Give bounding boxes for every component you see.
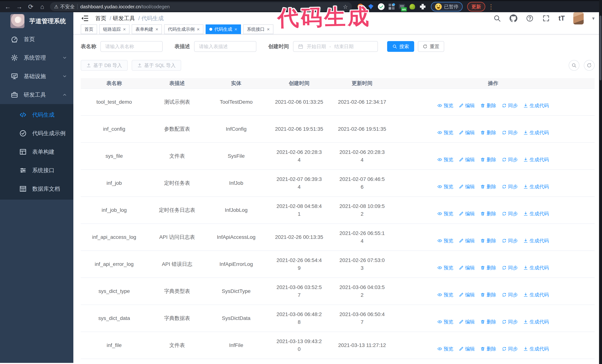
sidebar-item-system[interactable]: 系统管理 (0, 49, 73, 67)
window-scrollbar[interactable] (599, 0, 602, 364)
tab-codegen[interactable]: 代码生成 × (206, 24, 241, 34)
action-generate-link[interactable]: 生成代码 (523, 291, 549, 299)
action-delete-link[interactable]: 删除 (480, 237, 496, 245)
action-edit-link[interactable]: 编辑 (459, 318, 475, 326)
action-preview-link[interactable]: 预览 (437, 345, 453, 353)
action-edit-link[interactable]: 编辑 (459, 237, 475, 245)
action-generate-link[interactable]: 生成代码 (523, 156, 549, 164)
action-preview-link[interactable]: 预览 (437, 318, 453, 326)
action-sync-link[interactable]: 同步 (502, 318, 518, 326)
address-bar[interactable]: ⚠ 不安全 dashboard.yudao.iocoder.cn/tool/co… (50, 2, 352, 11)
action-preview-link[interactable]: 预览 (437, 264, 453, 272)
reset-button[interactable]: 重置 (418, 41, 444, 52)
action-preview-link[interactable]: 预览 (437, 237, 453, 245)
action-edit-link[interactable]: 编辑 (459, 129, 475, 136)
action-preview-link[interactable]: 预览 (437, 183, 453, 190)
action-edit-link[interactable]: 编辑 (459, 156, 475, 164)
table-desc-input[interactable]: 请输入表描述 (194, 41, 256, 52)
action-sync-link[interactable]: 同步 (502, 210, 518, 218)
browser-menu-icon[interactable]: ⋮ (488, 3, 494, 10)
avatar-caret-icon[interactable]: ▾ (592, 16, 595, 21)
search-button[interactable]: 搜索 (387, 41, 414, 52)
table-name-input[interactable]: 请输入表名称 (100, 41, 163, 52)
action-edit-link[interactable]: 编辑 (459, 345, 475, 353)
action-generate-link[interactable]: 生成代码 (523, 345, 549, 353)
sidebar-fold-icon[interactable] (81, 14, 89, 22)
browser-back-button[interactable]: ← (3, 2, 13, 11)
action-generate-link[interactable]: 生成代码 (523, 129, 549, 136)
action-preview-link[interactable]: 预览 (437, 291, 453, 299)
sidebar-item-infra[interactable]: 基础设施 (0, 67, 73, 85)
action-delete-link[interactable]: 删除 (480, 129, 496, 136)
extension-icon-gem[interactable] (367, 3, 374, 10)
security-warning[interactable]: ⚠ 不安全 (54, 3, 75, 10)
tab-close-icon[interactable]: × (197, 27, 200, 32)
action-delete-link[interactable]: 删除 (480, 210, 496, 218)
extension-icon-check[interactable] (378, 3, 385, 10)
action-delete-link[interactable]: 删除 (480, 183, 496, 190)
sidebar-item-codegen[interactable]: 代码生成 (0, 105, 73, 124)
action-sync-link[interactable]: 同步 (502, 264, 518, 272)
date-range-picker[interactable]: 开始日期 - 结束日期 (293, 41, 378, 52)
extension-icon-orange[interactable]: 1 (357, 3, 364, 10)
action-preview-link[interactable]: 预览 (437, 102, 453, 109)
import-sql-button[interactable]: 基于 SQL 导入 (132, 60, 181, 71)
sidebar-item-db-doc[interactable]: 数据库文档 (0, 180, 73, 198)
tab-home[interactable]: 首页 (81, 24, 97, 34)
action-delete-link[interactable]: 删除 (480, 345, 496, 353)
action-preview-link[interactable]: 预览 (437, 156, 453, 164)
breadcrumb-item[interactable]: / 代码生成 (138, 15, 164, 22)
user-avatar[interactable] (573, 12, 584, 24)
extension-icon-key[interactable] (409, 3, 416, 10)
action-preview-link[interactable]: 预览 (437, 210, 453, 218)
tab-close-icon[interactable]: × (235, 27, 237, 32)
browser-forward-button[interactable]: → (14, 2, 24, 11)
tab-codegen-example[interactable]: 代码生成示例 × (164, 24, 203, 34)
github-icon[interactable] (510, 14, 517, 22)
bookmark-star-icon[interactable]: ☆ (343, 3, 348, 10)
scrollbar-thumb[interactable] (600, 16, 602, 80)
app-logo-row[interactable]: 芋道管理系统 (0, 12, 73, 30)
import-db-button[interactable]: 基于 DB 导入 (81, 60, 128, 71)
profile-paused-pill[interactable]: 已暂停 (431, 2, 463, 11)
action-edit-link[interactable]: 编辑 (459, 102, 475, 109)
extension-icon-grid[interactable] (388, 3, 395, 10)
extension-icon-switch[interactable]: on (399, 3, 405, 10)
browser-update-button[interactable]: 更新 (467, 2, 485, 11)
action-generate-link[interactable]: 生成代码 (523, 102, 549, 109)
extensions-puzzle-icon[interactable] (419, 3, 426, 10)
action-sync-link[interactable]: 同步 (502, 291, 518, 299)
action-edit-link[interactable]: 编辑 (459, 210, 475, 218)
action-generate-link[interactable]: 生成代码 (523, 210, 549, 218)
browser-reload-button[interactable]: ⟳ (26, 2, 36, 11)
action-generate-link[interactable]: 生成代码 (523, 183, 549, 190)
action-delete-link[interactable]: 删除 (480, 318, 496, 326)
sidebar-item-home[interactable]: 首页 (0, 30, 73, 49)
show-search-toggle-button[interactable] (569, 60, 580, 71)
action-generate-link[interactable]: 生成代码 (523, 318, 549, 326)
sidebar-item-api[interactable]: 系统接口 (0, 161, 73, 180)
action-sync-link[interactable]: 同步 (502, 129, 518, 136)
tab-close-icon[interactable]: × (123, 27, 126, 32)
action-sync-link[interactable]: 同步 (502, 183, 518, 190)
action-preview-link[interactable]: 预览 (437, 129, 453, 136)
action-sync-link[interactable]: 同步 (502, 102, 518, 109)
fullscreen-icon[interactable] (542, 14, 550, 22)
refresh-table-button[interactable] (584, 60, 595, 71)
action-generate-link[interactable]: 生成代码 (523, 237, 549, 245)
action-sync-link[interactable]: 同步 (502, 156, 518, 164)
action-delete-link[interactable]: 删除 (480, 264, 496, 272)
action-delete-link[interactable]: 删除 (480, 291, 496, 299)
tab-api[interactable]: 系统接口 × (243, 24, 273, 34)
action-edit-link[interactable]: 编辑 (459, 183, 475, 190)
browser-home-button[interactable]: ⌂ (37, 2, 47, 11)
tab-form-builder[interactable]: 表单构建 × (132, 24, 162, 34)
sidebar-item-form-builder[interactable]: 表单构建 (0, 143, 73, 161)
breadcrumb-item[interactable]: / 研发工具 (110, 15, 135, 22)
tab-close-icon[interactable]: × (155, 27, 158, 32)
action-generate-link[interactable]: 生成代码 (523, 264, 549, 272)
tab-tracing[interactable]: 链路追踪 × (99, 24, 129, 34)
action-edit-link[interactable]: 编辑 (459, 291, 475, 299)
help-icon[interactable] (526, 14, 534, 22)
action-edit-link[interactable]: 编辑 (459, 264, 475, 272)
